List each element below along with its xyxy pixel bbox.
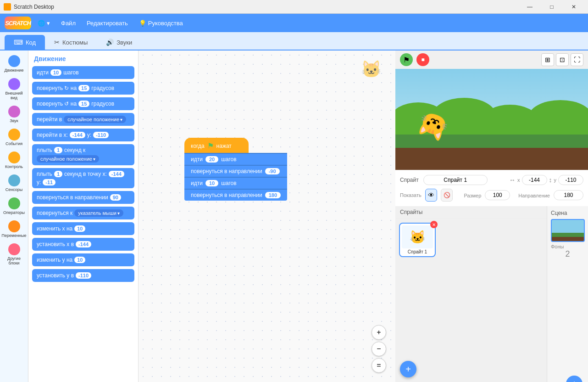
menubar: SCRATCH 🌐 ▾ Файл Редактировать 💡 Руковод… xyxy=(0,14,588,32)
tab-code[interactable]: ⌨ Код xyxy=(5,35,45,50)
sblock-point-neg90[interactable]: повернуться в направлении -90 xyxy=(184,165,287,177)
code-icon: ⌨ xyxy=(14,39,23,46)
events-dot xyxy=(8,129,20,140)
direction-label: Направление xyxy=(518,193,550,198)
tab-sounds-label: Звуки xyxy=(116,39,132,46)
hat-block[interactable]: когда ⚑ нажат xyxy=(184,138,249,153)
zoom-out-button[interactable]: − xyxy=(372,342,386,356)
block-point-towards[interactable]: повернуться к указатель мыши xyxy=(32,207,134,219)
block-turn-left[interactable]: повернуть ↺ на 15 градусов xyxy=(32,97,134,110)
globe-menu[interactable]: 🌐 ▾ xyxy=(33,18,55,28)
zoom-controls: + − = xyxy=(372,325,386,373)
category-motion[interactable]: Движение xyxy=(1,53,27,74)
category-variables[interactable]: Переменные xyxy=(1,219,27,240)
category-sensing[interactable]: Сенсоры xyxy=(1,173,27,194)
block-goto-xy[interactable]: перейти в x: -144 y: -110 xyxy=(32,129,134,141)
green-flag-button[interactable]: ⚑ xyxy=(400,53,413,66)
stage-area: ⚑ ■ ⊞ ⊡ ⛶ 🐱 xyxy=(395,51,588,382)
small-stage-button[interactable]: ⊞ xyxy=(541,53,554,66)
tab-costumes-label: Костюмы xyxy=(62,39,88,46)
category-looks[interactable]: Внешний вид xyxy=(1,76,27,102)
sprite-row: ✕ 🐱 Спрайт 1 xyxy=(399,223,543,257)
block-goto[interactable]: перейти в случайное положение xyxy=(32,113,134,126)
tab-costumes[interactable]: ✂ Костюмы xyxy=(45,35,97,50)
block-glide-to[interactable]: плыть 1 секунд к случайное положение xyxy=(32,144,134,165)
motion-dot xyxy=(8,55,20,67)
backdrop-label: Фоны xyxy=(551,244,584,249)
category-sound[interactable]: Звук xyxy=(1,104,27,125)
script-group[interactable]: когда ⚑ нажат идти 20 шагов повернуться … xyxy=(184,138,287,201)
block-set-y[interactable]: установить у в -110 xyxy=(32,269,134,282)
stage-bottom: Спрайты ✕ 🐱 Спрайт 1 + С xyxy=(395,206,588,382)
category-events-label: События xyxy=(6,141,22,146)
category-variables-label: Переменные xyxy=(1,233,26,238)
category-operators[interactable]: Операторы xyxy=(1,196,27,217)
normal-stage-button[interactable]: ⊡ xyxy=(556,53,569,66)
add-backdrop-button[interactable]: + xyxy=(566,376,582,382)
close-button[interactable]: ✕ xyxy=(563,0,584,14)
edit-menu[interactable]: Редактировать xyxy=(82,18,133,28)
category-myblocks[interactable]: Другие блоки xyxy=(1,242,27,267)
sprite-card-image: 🐱 xyxy=(402,225,433,248)
scratch-logo[interactable]: SCRATCH xyxy=(5,17,31,29)
scene-thumbnail[interactable] xyxy=(551,219,585,242)
zoom-in-button[interactable]: + xyxy=(372,325,386,340)
x-input[interactable] xyxy=(522,175,547,185)
main-area: Движение Внешний вид Звук События Контро… xyxy=(0,51,588,382)
app-icon xyxy=(4,3,11,11)
sprite-card-1[interactable]: ✕ 🐱 Спрайт 1 xyxy=(399,223,436,257)
globe-icon: 🌐 xyxy=(38,20,45,27)
sblock-go-10[interactable]: идти 10 шагов xyxy=(184,177,287,189)
stage-canvas: 🐱 xyxy=(395,69,588,170)
looks-dot xyxy=(8,78,20,90)
block-change-x[interactable]: изменить x на 10 xyxy=(32,222,134,235)
stop-button[interactable]: ■ xyxy=(416,53,429,66)
block-go-steps[interactable]: идти 10 шагов xyxy=(32,66,134,79)
size-input[interactable] xyxy=(485,190,510,200)
maximize-button[interactable]: □ xyxy=(541,0,562,14)
category-looks-label: Внешний вид xyxy=(3,91,25,100)
block-set-x[interactable]: установить x в -144 xyxy=(32,238,134,251)
show-size-dir-row: Показать 👁 🚫 Размер Направление xyxy=(400,189,583,202)
sprite-close-button[interactable]: ✕ xyxy=(430,221,438,228)
window-title: Scratch Desktop xyxy=(14,4,516,10)
category-sound-label: Звук xyxy=(10,118,18,123)
zoom-fit-button[interactable]: = xyxy=(372,358,386,373)
sblock-point-180[interactable]: повернуться в направлении 180 xyxy=(184,189,287,201)
block-change-y[interactable]: изменить у на 10 xyxy=(32,253,134,266)
file-menu[interactable]: Файл xyxy=(56,18,80,28)
operators-dot xyxy=(8,197,20,209)
script-area: 🐱 когда ⚑ нажат идти 20 шагов повернутьс… xyxy=(139,51,395,382)
tutorials-menu[interactable]: 💡 Руководства xyxy=(134,18,188,28)
backdrop-count: 2 xyxy=(551,249,584,259)
minimize-button[interactable]: — xyxy=(519,0,540,14)
sound-dot xyxy=(8,106,20,118)
layout-buttons: ⊞ ⊡ ⛶ xyxy=(541,53,583,66)
coord-group: ↔ x ↕ у xyxy=(509,175,583,185)
show-button[interactable]: 👁 xyxy=(425,189,437,202)
tutorials-icon: 💡 xyxy=(139,20,146,27)
hide-button[interactable]: 🚫 xyxy=(441,189,453,202)
block-glide-xy[interactable]: плыть 1 секунд в точку x: -144 y: -11 xyxy=(32,168,134,188)
fullscreen-button[interactable]: ⛶ xyxy=(571,53,583,66)
add-sprite-area: + xyxy=(395,359,547,382)
add-sprite-button[interactable]: + xyxy=(400,361,416,377)
category-control[interactable]: Контроль xyxy=(1,150,27,171)
sblock-go-20[interactable]: идти 20 шагов xyxy=(184,153,287,165)
category-myblocks-label: Другие блоки xyxy=(3,256,25,265)
costumes-icon: ✂ xyxy=(54,39,60,46)
sprites-list-header: Спрайты xyxy=(395,206,547,219)
y-input[interactable] xyxy=(558,175,583,185)
category-events[interactable]: События xyxy=(1,127,27,148)
tab-sounds[interactable]: 🔊 Звуки xyxy=(97,35,141,50)
titlebar: Scratch Desktop — □ ✕ xyxy=(0,0,588,14)
direction-input[interactable] xyxy=(554,190,583,200)
size-label: Размер xyxy=(464,193,481,198)
block-turn-right[interactable]: повернуть ↻ на 15 градусов xyxy=(32,82,134,95)
block-point-dir[interactable]: повернуться в направлении 90 xyxy=(32,191,134,204)
sprite-name-input[interactable] xyxy=(423,175,488,185)
sounds-icon: 🔊 xyxy=(106,39,114,46)
hill-4 xyxy=(528,100,588,135)
show-label: Показать xyxy=(400,192,422,198)
sprite-name-group xyxy=(423,175,505,185)
